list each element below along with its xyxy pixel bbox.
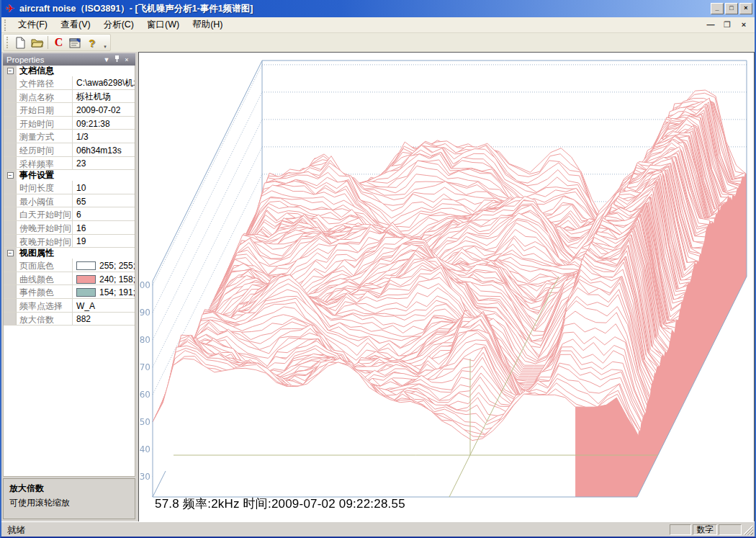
property-label: 频率点选择 (17, 299, 73, 312)
prop-section-header[interactable]: −事件设置 (4, 170, 135, 181)
section-gutter: − (4, 170, 17, 181)
property-value[interactable]: 2009-07-02 (73, 103, 135, 116)
property-value[interactable]: 65 (73, 194, 135, 207)
property-row: 频率点选择W_A (4, 299, 135, 313)
properties-panel-header[interactable]: Properties ▼ × (3, 53, 135, 66)
row-gutter (4, 272, 17, 285)
property-value[interactable]: 255; 255; 255 (73, 259, 135, 272)
status-ready-text: 就绪 (7, 524, 25, 537)
property-value[interactable]: 6 (73, 207, 135, 220)
property-value[interactable]: 23 (73, 157, 135, 170)
open-file-button[interactable] (29, 35, 45, 50)
row-gutter (4, 221, 17, 234)
help-icon: ? (89, 37, 95, 49)
airplane-icon: ✈ (4, 2, 17, 15)
property-label: 最小阈值 (17, 194, 73, 207)
row-gutter (4, 181, 17, 194)
property-row: 最小阈值65 (4, 194, 135, 208)
property-value[interactable]: 16 (73, 221, 135, 234)
property-row: 文件路径C:\awa6298\机场 (4, 76, 135, 90)
menu-window[interactable]: 窗口(W) (140, 17, 186, 32)
property-row: 白天开始时间6 (4, 207, 135, 221)
collapse-icon[interactable]: − (7, 172, 14, 179)
property-row: 开始时间09:21:38 (4, 117, 135, 130)
panel-pin-icon[interactable] (112, 55, 122, 64)
property-label: 开始时间 (17, 117, 73, 130)
mdi-close-button[interactable]: × (739, 19, 749, 30)
property-label: 测量方式 (17, 130, 73, 143)
collapse-icon[interactable]: − (7, 68, 14, 74)
section-title: 文档信息 (17, 66, 54, 77)
help-button[interactable]: ? (84, 35, 100, 50)
property-value[interactable]: 19 (73, 235, 135, 248)
toolbar-separator (48, 36, 48, 49)
status-cell-1 (670, 524, 691, 535)
row-gutter (4, 143, 17, 156)
property-row: 放大倍数882 (4, 313, 135, 326)
toolbar-overflow-chevron[interactable]: ▾ (102, 44, 109, 50)
row-gutter (4, 207, 17, 220)
menubar-grip[interactable] (4, 19, 8, 31)
mdi-window-controls: — ❐ × (706, 19, 749, 30)
property-value[interactable]: 10 (73, 181, 135, 194)
c-analysis-button[interactable]: C (50, 35, 67, 50)
property-value[interactable]: 09:21:38 (73, 117, 135, 130)
property-value[interactable]: 882 (73, 313, 135, 326)
row-gutter (4, 90, 17, 103)
prop-section-header[interactable]: −视图属性 (4, 248, 135, 259)
section-gutter: − (4, 66, 17, 76)
menubar: 文件(F) 查看(V) 分析(C) 窗口(W) 帮助(H) — ❐ × (1, 17, 755, 33)
panel-close-icon[interactable]: × (122, 56, 132, 63)
property-value[interactable]: W_A (73, 299, 135, 312)
row-gutter (4, 299, 17, 312)
property-value[interactable]: C:\awa6298\机场 (73, 76, 135, 89)
properties-grid: −文档信息文件路径C:\awa6298\机场测点名称栎社机场开始日期2009-0… (3, 66, 135, 477)
mdi-minimize-button[interactable]: — (706, 19, 716, 30)
row-gutter (4, 76, 17, 89)
property-value[interactable]: 栎社机场 (73, 90, 135, 103)
property-label: 事件颜色 (17, 285, 73, 298)
collapse-icon[interactable]: − (7, 250, 14, 256)
property-value[interactable]: 1/3 (73, 130, 135, 143)
property-label: 经历时间 (17, 143, 73, 156)
prop-section-header[interactable]: −文档信息 (4, 66, 135, 76)
app-window: ✈ aircraft noise（ISO3891）- [飞机噪声分析1-事件1频… (0, 0, 756, 538)
new-document-button[interactable] (12, 35, 29, 50)
menu-file[interactable]: 文件(F) (12, 17, 54, 32)
color-swatch[interactable] (76, 275, 96, 284)
color-swatch[interactable] (76, 261, 96, 270)
maximize-button[interactable]: □ (725, 3, 738, 14)
minimize-button[interactable]: _ (711, 3, 724, 14)
window-title: aircraft noise（ISO3891）- [飞机噪声分析1-事件1频谱图… (19, 3, 709, 15)
property-hint-box: 放大倍数 可使用滚轮缩放 (3, 478, 135, 519)
menu-help[interactable]: 帮助(H) (186, 17, 229, 32)
waterfall-3d-chart[interactable] (139, 53, 754, 524)
property-row: 采样频率23 (4, 157, 135, 171)
property-value[interactable]: 06h34m13s (73, 143, 135, 156)
color-swatch[interactable] (76, 288, 96, 297)
property-row: 曲线颜色240; 158; 158 (4, 272, 135, 286)
section-title: 事件设置 (17, 169, 54, 181)
row-gutter (4, 157, 17, 170)
property-row: 夜晚开始时间19 (4, 235, 135, 248)
menu-analysis[interactable]: 分析(C) (97, 17, 140, 32)
cursor-readout: 57.8 频率:2kHz 时间:2009-07-02 09:22:28.55 (155, 496, 405, 512)
property-value[interactable]: 154; 191; 187 (73, 285, 135, 298)
panel-dropdown-icon[interactable]: ▼ (102, 56, 112, 63)
status-cell-2 (719, 524, 742, 535)
close-button[interactable]: × (739, 3, 752, 14)
properties-button[interactable] (67, 35, 84, 50)
property-label: 时间长度 (17, 181, 73, 194)
c-analysis-icon: C (55, 36, 63, 49)
property-value[interactable]: 240; 158; 158 (73, 272, 135, 285)
menu-view[interactable]: 查看(V) (54, 17, 97, 32)
mdi-restore-button[interactable]: ❐ (722, 19, 732, 30)
row-gutter (4, 259, 17, 272)
open-folder-icon (31, 37, 44, 48)
row-gutter (4, 130, 17, 143)
row-gutter (4, 103, 17, 116)
resize-grip[interactable] (744, 526, 753, 535)
property-label: 放大倍数 (17, 313, 73, 326)
toolbar-grip[interactable] (6, 37, 9, 48)
property-label: 白天开始时间 (17, 207, 73, 220)
